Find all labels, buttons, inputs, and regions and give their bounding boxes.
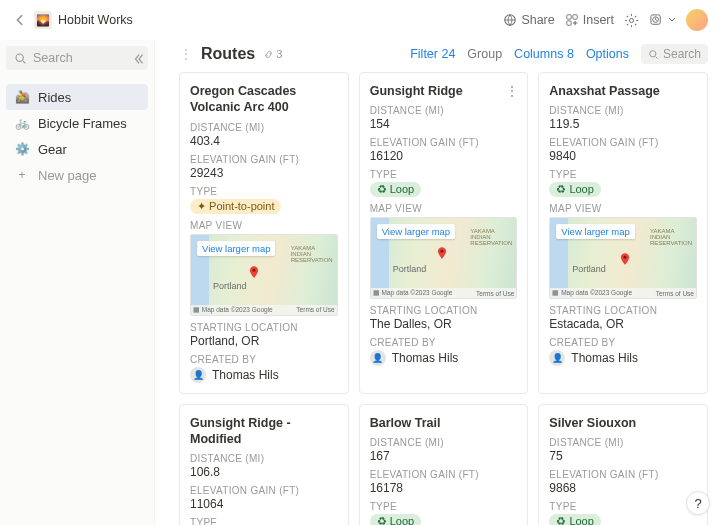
sidebar-new-page[interactable]: + New page [6,162,148,188]
view-larger-map-link[interactable]: View larger map [377,224,455,239]
map-label-reservation: YAKAMAINDIANRESERVATION [650,228,692,246]
field-value-distance: 403.4 [190,134,338,148]
map-attribution: ▦ Map data ©2023 GoogleTerms of Use [550,288,696,298]
creator-name: Thomas Hils [392,351,459,365]
user-avatar[interactable] [686,9,708,31]
map-pin-icon [247,265,261,279]
sidebar-item-label: Gear [38,142,67,157]
field-value-type: ♻ Loop [370,181,518,197]
field-label-distance: DISTANCE (MI) [370,437,518,448]
field-label-start: STARTING LOCATION [370,305,518,316]
map-label-reservation: YAKAMAINDIANRESERVATION [291,245,333,263]
map-label-portland: Portland [393,264,427,274]
field-label-elevation: ELEVATION GAIN (FT) [190,154,338,165]
field-label-created: CREATED BY [549,337,697,348]
field-label-elevation: ELEVATION GAIN (FT) [549,137,697,148]
type-badge-loop: ♻ Loop [549,514,601,525]
share-button[interactable]: Share [503,13,554,27]
route-card[interactable]: Barlow Trail DISTANCE (MI) 167 ELEVATION… [359,404,529,526]
field-label-type: TYPE [370,169,518,180]
svg-point-9 [253,268,256,271]
view-larger-map-link[interactable]: View larger map [556,224,634,239]
settings-button[interactable] [624,13,639,28]
view-larger-map-link[interactable]: View larger map [197,241,275,256]
sidebar-item-label: Rides [38,90,71,105]
field-label-map: MAP VIEW [190,220,338,231]
filter-button[interactable]: Filter 24 [410,47,455,61]
map-thumbnail[interactable]: View larger map YAKAMAINDIANRESERVATION … [190,234,338,316]
route-card[interactable]: Anaxshat Passage DISTANCE (MI) 119.5 ELE… [538,72,708,394]
field-value-distance: 119.5 [549,117,697,131]
field-label-elevation: ELEVATION GAIN (FT) [190,485,338,496]
svg-point-7 [16,54,23,61]
sidebar-collapse-button[interactable] [132,52,146,69]
route-card[interactable]: ⋮ Gunsight Ridge DISTANCE (MI) 154 ELEVA… [359,72,529,394]
svg-point-8 [650,50,656,56]
route-card[interactable]: Gunsight Ridge - Modified DISTANCE (MI) … [179,404,349,526]
help-button[interactable]: ? [686,491,710,515]
field-label-distance: DISTANCE (MI) [549,437,697,448]
map-pin-icon [435,246,449,260]
field-value-elevation: 16120 [370,149,518,163]
route-card[interactable]: Oregon Cascades Volcanic Arc 400 DISTANC… [179,72,349,394]
card-title: Oregon Cascades Volcanic Arc 400 [190,83,338,116]
field-label-map: MAP VIEW [370,203,518,214]
map-attribution: ▦ Map data ©2023 GoogleTerms of Use [191,305,337,315]
page-title-wrap: ⋮ Routes 3 [179,45,410,63]
type-badge-loop: ♻ Loop [370,182,422,197]
field-label-distance: DISTANCE (MI) [370,105,518,116]
card-more-button[interactable]: ⋮ [505,83,519,99]
group-button[interactable]: Group [467,47,502,61]
field-label-created: CREATED BY [370,337,518,348]
svg-point-4 [629,18,633,22]
field-value-distance: 75 [549,449,697,463]
map-thumbnail[interactable]: View larger map YAKAMAINDIANRESERVATION … [549,217,697,299]
toolbar-search[interactable]: Search [641,44,708,64]
card-title: Barlow Trail [370,415,518,431]
toolbar-search-label: Search [663,47,701,61]
options-button[interactable]: Options [586,47,629,61]
sidebar-item-gear[interactable]: ⚙️ Gear [6,136,148,162]
field-label-type: TYPE [549,169,697,180]
field-label-elevation: ELEVATION GAIN (FT) [549,469,697,480]
creator-avatar: 👤 [549,350,565,366]
gear-icon: ⚙️ [14,141,30,157]
field-label-start: STARTING LOCATION [549,305,697,316]
card-title: Anaxshat Passage [549,83,697,99]
sidebar-item-frames[interactable]: 🚲 Bicycle Frames [6,110,148,136]
route-card[interactable]: Silver Siouxon DISTANCE (MI) 75 ELEVATIO… [538,404,708,526]
share-label: Share [521,13,554,27]
sidebar-search[interactable]: Search [6,46,148,70]
link-count: 3 [276,48,282,60]
link-count-badge[interactable]: 3 [263,48,282,60]
mountain-bike-icon: 🚵 [14,89,30,105]
back-button[interactable] [12,12,28,28]
columns-button[interactable]: Columns 8 [514,47,574,61]
svg-rect-3 [566,21,570,25]
drag-handle-icon[interactable]: ⋮ [179,46,193,62]
field-value-elevation: 9868 [549,481,697,495]
clock-button[interactable] [649,13,676,28]
creator-name: Thomas Hils [571,351,638,365]
field-label-elevation: ELEVATION GAIN (FT) [370,469,518,480]
field-label-map: MAP VIEW [549,203,697,214]
field-value-elevation: 11064 [190,497,338,511]
layout: Search 🚵 Rides 🚲 Bicycle Frames ⚙️ Gear … [0,40,720,525]
bike-icon: 🚲 [14,115,30,131]
type-badge-loop: ♻ Loop [549,182,601,197]
page-title[interactable]: Routes [201,45,255,63]
field-label-distance: DISTANCE (MI) [549,105,697,116]
workspace-title[interactable]: Hobbit Works [58,13,133,27]
field-label-created: CREATED BY [190,354,338,365]
field-label-type: TYPE [549,501,697,512]
svg-rect-1 [566,15,570,19]
card-grid: Oregon Cascades Volcanic Arc 400 DISTANC… [179,72,708,525]
field-value-start: Estacada, OR [549,317,697,331]
insert-button[interactable]: Insert [565,13,614,27]
sidebar-item-rides[interactable]: 🚵 Rides [6,84,148,110]
card-title: Silver Siouxon [549,415,697,431]
map-label-reservation: YAKAMAINDIANRESERVATION [470,228,512,246]
field-value-distance: 167 [370,449,518,463]
field-value-start: The Dalles, OR [370,317,518,331]
map-thumbnail[interactable]: View larger map YAKAMAINDIANRESERVATION … [370,217,518,299]
